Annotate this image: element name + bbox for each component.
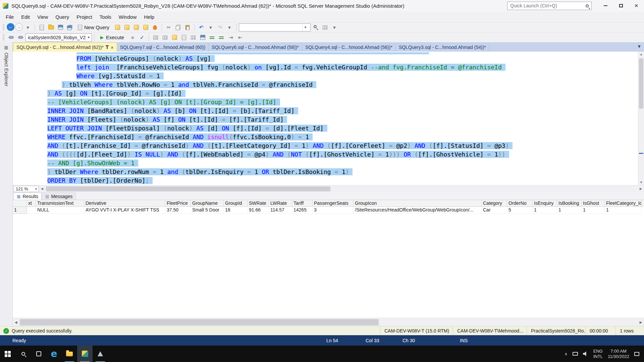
table-cell[interactable]: 91.66 xyxy=(248,207,269,214)
cancel-query-icon[interactable]: ■ xyxy=(128,33,137,42)
language-indicator[interactable]: ENG INTL xyxy=(593,349,603,359)
edge-icon[interactable]: e xyxy=(46,346,62,362)
tab-messages[interactable]: ▤ Messages xyxy=(42,192,76,200)
scroll-left-icon[interactable]: ◀ xyxy=(13,320,19,324)
new-query-button[interactable]: New Query xyxy=(75,23,112,32)
document-tab[interactable]: SQLQuery8.sql - C...hmood.Ahmad (62))*× xyxy=(13,43,117,52)
table-cell[interactable]: 18 xyxy=(224,207,248,214)
table-cell[interactable]: 14265 xyxy=(292,207,313,214)
indent-icon[interactable]: ⇥ xyxy=(226,33,235,42)
scroll-down-icon[interactable]: ▼ xyxy=(640,180,643,185)
intellisense-enabled-icon[interactable] xyxy=(170,33,179,42)
display-tray-icon[interactable] xyxy=(573,352,578,356)
code-area[interactable]: FROM [VehicleGroups] (nolock) AS [vg] le… xyxy=(13,52,644,185)
column-header[interactable]: PassengerSeats xyxy=(313,200,354,206)
column-header[interactable]: FleetPrice xyxy=(165,200,191,206)
file-explorer-icon[interactable] xyxy=(62,346,77,362)
nav-history-dropdown-icon[interactable]: ▾ xyxy=(23,23,32,32)
table-cell[interactable]: Car xyxy=(482,207,507,214)
column-header[interactable]: LWRate xyxy=(269,200,292,206)
column-header[interactable]: Category xyxy=(482,200,507,206)
column-header[interactable]: FleetCategory_Id xyxy=(605,200,642,206)
dmx-query-icon[interactable] xyxy=(132,23,141,32)
table-cell[interactable]: 1 xyxy=(533,207,557,214)
start-button[interactable] xyxy=(0,346,15,362)
document-tab[interactable]: SQLQuery3.sql - C...hmood.Ahmad (54))* xyxy=(396,43,489,52)
results-to-file-icon[interactable] xyxy=(198,33,207,42)
zoom-selector[interactable]: 121 % ▾ xyxy=(13,186,39,192)
connect-icon[interactable] xyxy=(7,33,15,42)
tab-close-icon[interactable]: × xyxy=(111,45,114,50)
new-query-file-icon[interactable] xyxy=(37,23,46,32)
open-file-icon[interactable] xyxy=(47,23,55,32)
quick-launch-input[interactable]: Quick Launch (Ctrl+Q) xyxy=(507,2,592,10)
column-header[interactable]: IsGhost xyxy=(582,200,605,206)
sql-editor[interactable]: FROM [VehicleGroups] (nolock) AS [vg] le… xyxy=(13,52,644,185)
maximize-button[interactable] xyxy=(613,0,629,11)
grid-corner[interactable] xyxy=(13,200,27,206)
scrollbar-thumb[interactable] xyxy=(639,58,643,109)
outdent-icon[interactable]: ⇤ xyxy=(236,33,245,42)
menu-view[interactable]: View xyxy=(34,14,52,20)
close-button[interactable]: × xyxy=(629,0,644,11)
document-tab[interactable]: SQLQuery6.sql - C...hmood.Ahmad (58))* xyxy=(209,43,302,52)
toolbar-overflow-icon[interactable]: ▾ xyxy=(330,23,339,32)
menu-file[interactable]: File xyxy=(2,14,17,20)
column-header[interactable]: OrderNo xyxy=(507,200,533,206)
scroll-left-icon[interactable]: ◀ xyxy=(39,187,45,190)
change-connection-icon[interactable] xyxy=(16,33,25,42)
table-cell[interactable]: Small 5 Door xyxy=(191,207,224,214)
comment-icon[interactable] xyxy=(208,33,216,42)
scroll-right-icon[interactable]: ▶ xyxy=(638,320,644,324)
table-cell[interactable]: /SiteResources/HeadOffice/WebGroup/WebGr… xyxy=(354,207,482,214)
menu-edit[interactable]: Edit xyxy=(17,14,34,20)
scrollbar-thumb[interactable] xyxy=(20,319,379,325)
table-cell[interactable]: AYGO VVT-I X-PLAY X-SHIFT TSS xyxy=(84,207,165,214)
tab-results[interactable]: ▦ Results xyxy=(13,192,42,200)
chevron-down-icon[interactable]: ▾ xyxy=(302,24,308,31)
ssms-taskbar-icon[interactable] xyxy=(77,346,93,362)
tab-pin-icon[interactable] xyxy=(107,46,108,49)
scrollbar-thumb[interactable] xyxy=(46,186,330,191)
results-to-grid-icon[interactable] xyxy=(189,33,198,42)
results-horizontal-scrollbar[interactable]: ◀ ▶ xyxy=(13,318,644,326)
save-icon[interactable] xyxy=(56,23,65,32)
properties-window-icon[interactable] xyxy=(321,23,329,32)
column-header[interactable]: TransmissionText xyxy=(36,200,84,206)
undo-dropdown-icon[interactable]: ▾ xyxy=(206,23,215,32)
menu-project[interactable]: Project xyxy=(73,14,96,20)
editor-horizontal-scrollbar[interactable]: ◀ ▶ xyxy=(39,186,644,192)
taskbar-app-icon[interactable] xyxy=(93,346,108,362)
mdx-query-icon[interactable] xyxy=(122,23,131,32)
column-header[interactable]: IsEnquiry xyxy=(533,200,557,206)
back-icon[interactable]: ← xyxy=(7,23,14,31)
column-header[interactable]: IsBooking xyxy=(557,200,582,206)
execute-button[interactable]: ▶ Execute xyxy=(97,33,127,42)
column-header[interactable]: Derivative xyxy=(84,200,165,206)
redo-dropdown-icon[interactable]: ▾ xyxy=(225,23,234,32)
table-cell[interactable]: 114.57 xyxy=(269,207,292,214)
find-icon[interactable] xyxy=(311,23,320,32)
search-icon[interactable] xyxy=(15,346,31,362)
menu-tools[interactable]: Tools xyxy=(96,14,115,20)
document-tab[interactable]: SQLQuery4.sql - C...hmood.Ahmad (56))* xyxy=(302,43,396,52)
find-combobox[interactable]: ▾ xyxy=(239,23,311,32)
column-header[interactable]: GroupName xyxy=(191,200,224,206)
forward-icon[interactable]: → xyxy=(15,23,23,31)
toolbar-grip[interactable] xyxy=(3,24,4,31)
scroll-right-icon[interactable]: ▶ xyxy=(638,187,644,190)
table-cell[interactable]: NULL xyxy=(36,207,84,214)
table-cell[interactable]: 1 xyxy=(605,207,642,214)
minimize-button[interactable] xyxy=(598,0,613,11)
scrollbar-track[interactable] xyxy=(45,186,638,192)
table-cell[interactable]: 1 xyxy=(582,207,605,214)
query-options-icon[interactable] xyxy=(161,33,169,42)
editor-vertical-scrollbar[interactable]: ▲ ▼ xyxy=(638,52,644,185)
paste-icon[interactable] xyxy=(183,23,192,32)
notification-center-icon[interactable] xyxy=(634,352,639,356)
table-cell[interactable]: 1 xyxy=(557,207,582,214)
column-header[interactable]: GroupId xyxy=(224,200,248,206)
find-input[interactable] xyxy=(239,24,302,31)
activity-monitor-icon[interactable] xyxy=(151,23,159,32)
menu-help[interactable]: Help xyxy=(140,14,158,20)
